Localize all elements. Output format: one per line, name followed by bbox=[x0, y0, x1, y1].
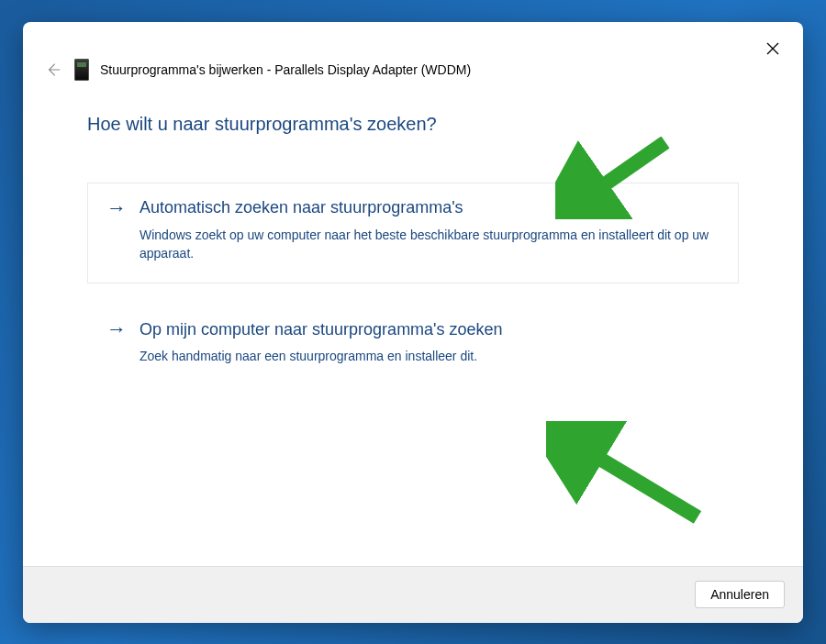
dialog-footer: Annuleren bbox=[23, 566, 803, 623]
dialog-header: Stuurprogramma's bijwerken - Parallels D… bbox=[23, 22, 803, 86]
display-adapter-icon bbox=[74, 59, 89, 81]
annotation-arrow-2 bbox=[546, 421, 707, 527]
option-manual-title: Op mijn computer naar stuurprogramma's z… bbox=[140, 320, 503, 339]
back-button[interactable] bbox=[43, 60, 63, 80]
cancel-button[interactable]: Annuleren bbox=[695, 581, 785, 608]
close-icon bbox=[766, 42, 779, 55]
dialog-title: Stuurprogramma's bijwerken - Parallels D… bbox=[100, 62, 471, 77]
annotation-arrow-1 bbox=[555, 137, 675, 219]
right-arrow-icon: → bbox=[106, 198, 127, 218]
svg-line-3 bbox=[581, 142, 665, 201]
option-manual-desc: Zoek handmatig naar een stuurprogramma e… bbox=[106, 347, 720, 365]
option-auto-title: Automatisch zoeken naar stuurprogramma's bbox=[140, 198, 463, 217]
search-question: Hoe wilt u naar stuurprogramma's zoeken? bbox=[87, 114, 739, 135]
update-drivers-dialog: Stuurprogramma's bijwerken - Parallels D… bbox=[23, 22, 803, 623]
back-arrow-icon bbox=[45, 61, 61, 78]
close-button[interactable] bbox=[759, 35, 787, 62]
option-auto-desc: Windows zoekt op uw computer naar het be… bbox=[106, 226, 720, 263]
right-arrow-icon: → bbox=[106, 319, 127, 339]
option-manual-search[interactable]: → Op mijn computer naar stuurprogramma's… bbox=[87, 304, 739, 386]
svg-line-5 bbox=[575, 444, 698, 517]
